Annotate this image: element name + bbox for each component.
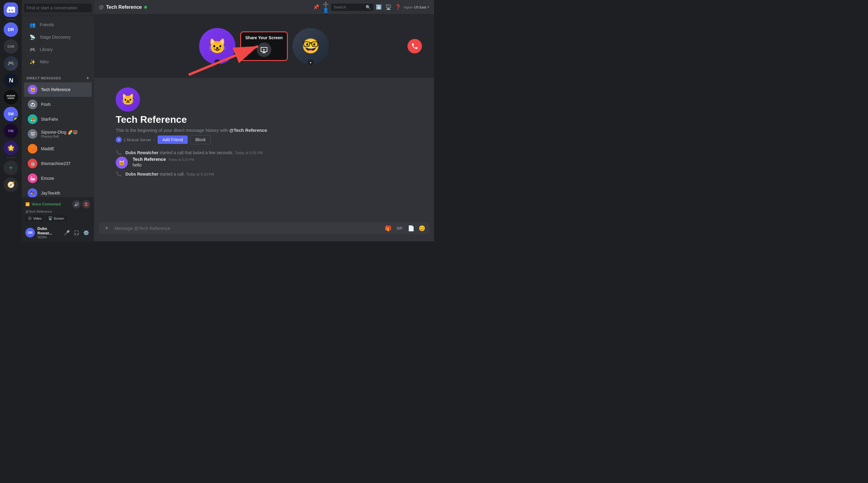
chevron-down-icon: ▾ — [427, 5, 429, 9]
call-icon-1: 📞 — [116, 150, 122, 155]
message-time: Today at 5:10 PM — [168, 158, 194, 162]
dm-item-madde[interactable]: 🦌 MaddE — [24, 141, 92, 156]
dm-item-sipsone-dlog[interactable]: 🐺 Sipsone-Dlog 🌈🐻 Playing Raft — [24, 127, 92, 141]
input-actions: 🎁 GIF 📄 😊 — [383, 224, 427, 233]
dm-info-tech-reference: Tech Reference — [41, 87, 89, 92]
online-status-dot — [144, 6, 147, 9]
dm-sidebar: 👥 Friends 📡 Stage Discovery 🎮 Library ✨ … — [22, 0, 94, 242]
call-participant-2: 🤓 ▾ — [293, 28, 329, 64]
server-icon-game[interactable]: 🎮 — [4, 56, 18, 70]
server-rail: DR GOB 🎮 N INSIDERUNION SW 😺 FiM 🌟 + 🧭 — [0, 0, 22, 242]
deafen-button[interactable]: 🎧 — [72, 228, 81, 237]
participant-1-chevron[interactable]: ▾ — [214, 59, 220, 65]
nitro-icon: ✨ — [29, 58, 36, 65]
server-icon-insider[interactable]: INSIDERUNION — [4, 90, 18, 104]
dm-search-area — [22, 0, 94, 16]
dm-item-emcee[interactable]: 🦢 Emcee — [24, 171, 92, 186]
dm-list: 🐱 Tech Reference 🐼 Posh 🦊 StarFahx 🐺 Sip… — [22, 82, 94, 197]
top-bar-actions: 📌 ➕👤 🔍 ⬇️ 🖥️ ❓ region US East ▾ — [312, 3, 429, 11]
dm-avatar-emcee: 🦢 — [28, 173, 37, 183]
participant-avatar-1: 😺 — [199, 28, 236, 64]
dm-section-header: DIRECT MESSAGES + — [22, 70, 94, 82]
dm-avatar-thismachine237: 🤖 — [28, 159, 37, 168]
share-screen-tooltip: Share Your Screen — [240, 31, 288, 61]
nav-item-library[interactable]: 🎮 Library — [24, 44, 92, 56]
stage-discovery-icon: 📡 — [29, 33, 36, 41]
dm-item-thismachine237[interactable]: 🤖 thismachine237 — [24, 156, 92, 171]
participant-2-chevron[interactable]: ▾ — [308, 59, 314, 65]
nav-item-stage-discovery[interactable]: 📡 Stage Discovery — [24, 31, 92, 43]
server-icon-home[interactable] — [4, 2, 18, 17]
voice-disconnect-btn[interactable]: 📵 — [82, 200, 90, 208]
voice-sound-btn[interactable]: 🔊 — [72, 200, 81, 208]
block-button[interactable]: Block — [190, 135, 211, 144]
nav-item-nitro[interactable]: ✨ Nitro — [24, 56, 92, 68]
add-dm-button[interactable]: + — [86, 76, 89, 81]
dm-item-starfahx[interactable]: 🦊 StarFahx — [24, 112, 92, 126]
monitor-button[interactable]: 🖥️ — [384, 3, 393, 11]
mute-button[interactable]: 🎤 — [63, 228, 71, 237]
server-separator — [6, 19, 16, 20]
library-icon: 🎮 — [29, 46, 36, 53]
dm-item-tech-reference[interactable]: 🐱 Tech Reference — [24, 82, 92, 97]
end-call-button[interactable] — [407, 39, 422, 53]
gif-button[interactable]: GIF — [394, 224, 405, 233]
message-plus-button[interactable]: + — [101, 223, 112, 234]
user-settings-button[interactable]: ⚙️ — [82, 228, 90, 237]
system-message-2: 📞 Dubs Rewatcher started a call. Today a… — [94, 170, 434, 177]
mutual-server-icon: ⚙ — [116, 137, 122, 143]
system-message-1: 📞 Dubs Rewatcher started a call that las… — [94, 149, 434, 156]
friends-icon: 👥 — [29, 21, 36, 28]
message-author: Tech Reference — [133, 157, 166, 162]
dm-nav: 👥 Friends 📡 Stage Discovery 🎮 Library ✨ … — [22, 16, 94, 70]
help-button[interactable]: ❓ — [394, 3, 402, 11]
search-icon: 🔍 — [366, 5, 371, 10]
pin-button[interactable]: 📌 — [312, 3, 320, 11]
screen-icon: 🖥️ — [48, 216, 53, 220]
server-icon-drs[interactable]: DR — [4, 22, 18, 37]
dm-item-posh[interactable]: 🐼 Posh — [24, 97, 92, 112]
server-icon-gob[interactable]: GOB — [4, 39, 18, 54]
message-header: Tech Reference Today at 5:10 PM — [133, 157, 412, 162]
dm-item-jaytee4th[interactable]: 🦅 JayTee4th — [24, 186, 92, 197]
server-icon-purple[interactable]: 🌟 — [4, 141, 18, 155]
user-avatar: DR — [25, 228, 35, 237]
search-input[interactable] — [24, 4, 92, 12]
top-bar-search-input[interactable] — [334, 5, 364, 9]
share-screen-icon-btn[interactable] — [257, 42, 271, 57]
message-text: hello — [133, 162, 412, 168]
dm-avatar-jaytee4th: 🦅 — [28, 188, 37, 197]
add-server-button[interactable]: + — [4, 161, 18, 175]
add-friend-action-button[interactable]: Add Friend — [158, 136, 188, 144]
server-icon-fim[interactable]: FiM — [4, 124, 18, 138]
channel-name-area: @ Tech Reference — [99, 4, 310, 10]
server-icon-sw[interactable]: SW 😺 — [4, 107, 18, 121]
server-icon-n[interactable]: N — [4, 73, 18, 87]
message-input-area: + 🎁 GIF 📄 😊 — [94, 222, 434, 242]
download-button[interactable]: ⬇️ — [375, 3, 383, 11]
dm-avatar-starfahx: 🦊 — [28, 114, 37, 124]
voice-connected-bar: 📶 Voice Connected 🔊 📵 @Tech Reference 🎥 … — [22, 197, 94, 224]
sticker-button[interactable]: 📄 — [406, 224, 416, 233]
participant-avatar-2: 🤓 — [293, 28, 329, 64]
main-content: @ Tech Reference 📌 ➕👤 🔍 ⬇️ 🖥️ ❓ region U… — [94, 0, 434, 242]
message-input[interactable] — [115, 222, 381, 234]
video-button[interactable]: 🎥 Video — [25, 215, 44, 222]
gift-button[interactable]: 🎁 — [383, 224, 393, 233]
message-input-box: + 🎁 GIF 📄 😊 — [99, 222, 429, 234]
region-indicator: region US East ▾ — [404, 5, 429, 9]
call-overlay: 😺 ▾ Share Your Screen 🤓 ▾ — [94, 15, 434, 78]
channel-intro-avatar: 🐱 — [116, 87, 140, 112]
call-controls-area — [407, 39, 422, 53]
screen-share-button[interactable]: 🖥️ Screen — [46, 215, 67, 222]
channel-name: Tech Reference — [106, 4, 142, 10]
messages-area: 🐱 Tech Reference This is the beginning o… — [94, 78, 434, 222]
server-separator-2 — [6, 158, 16, 158]
channel-intro-actions: ⚙ 1 Mutual Server • Add Friend Block — [116, 135, 412, 144]
emoji-button[interactable]: 😊 — [417, 224, 427, 233]
top-bar-search-area: 🔍 — [331, 4, 373, 11]
nav-item-friends[interactable]: 👥 Friends — [24, 19, 92, 31]
add-friend-button[interactable]: ➕👤 — [321, 3, 330, 11]
server-icon-discover[interactable]: 🧭 — [4, 177, 18, 192]
user-bar: DR Dubs Rewat... #8394 🎤 🎧 ⚙️ — [22, 224, 94, 242]
